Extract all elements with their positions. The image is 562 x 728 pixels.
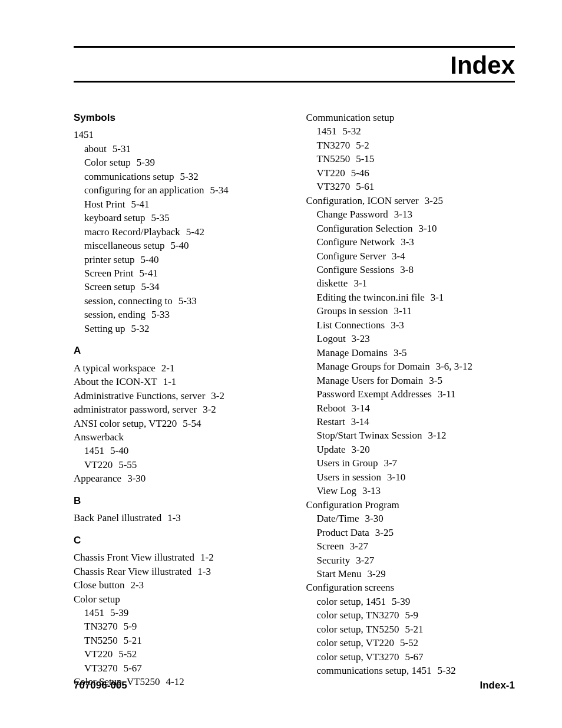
index-entry: Chassis Front View illustrated1-2 — [74, 551, 283, 564]
index-locator: 3-23 — [352, 333, 370, 344]
index-entry: Color setup — [74, 592, 283, 606]
index-locator: 3-5 — [394, 347, 407, 358]
index-locator: 5-39 — [392, 596, 410, 607]
index-term: Configuration Selection — [317, 223, 413, 234]
index-locator: 5-31 — [113, 143, 131, 154]
page-title: Index — [74, 51, 515, 80]
index-entry: session, ending5-33 — [74, 308, 283, 321]
index-entry: Reboot3-14 — [306, 401, 515, 415]
index-locator: 3-10 — [418, 223, 437, 234]
index-term: Color setup — [84, 157, 131, 168]
index-locator: 5-21 — [405, 624, 423, 635]
index-term: color setup, 1451 — [317, 596, 386, 607]
section-heading: A — [74, 344, 283, 357]
index-term: Back Panel illustrated — [74, 512, 161, 523]
index-locator: 3-5 — [429, 375, 442, 386]
index-entry: Update3-20 — [306, 443, 515, 456]
index-term: Change Password — [317, 209, 388, 220]
index-term: Password Exempt Addresses — [317, 388, 432, 400]
index-term: printer setup — [84, 254, 134, 265]
index-locator: 3-11 — [438, 388, 456, 400]
index-locator: 5-2 — [356, 140, 369, 151]
index-entry: TN32705-9 — [74, 620, 283, 633]
index-term: Appearance — [74, 473, 121, 484]
index-entry: ANSI color setup, VT2205-54 — [74, 417, 283, 430]
index-entry: Administrative Functions, server3-2 — [74, 389, 283, 403]
index-term: Product Data — [317, 527, 369, 538]
index-locator: 5-52 — [400, 637, 418, 648]
index-locator: 5-35 — [151, 212, 169, 223]
index-term: session, connecting to — [84, 295, 173, 307]
index-locator: 5-15 — [356, 153, 374, 164]
index-page: Index Symbols1451about5-31Color setup5-3… — [0, 0, 562, 728]
index-locator: 3-1 — [431, 292, 444, 303]
index-term: Groups in session — [317, 305, 388, 317]
index-term: session, ending — [84, 309, 146, 320]
index-entry: Configure Server3-4 — [306, 249, 515, 263]
index-term: Manage Groups for Domain — [317, 361, 430, 372]
index-entry: color setup, TN32705-9 — [306, 608, 515, 622]
index-term: VT220 — [317, 167, 345, 179]
index-entry: configuring for an application5-34 — [74, 183, 283, 197]
index-locator: 1-2 — [200, 552, 214, 563]
index-term: Communication setup — [306, 112, 395, 123]
footer-left: 707096-005 — [74, 680, 127, 691]
index-locator: 5-32 — [438, 665, 456, 676]
index-term: diskette — [317, 278, 348, 289]
index-locator: 3-25 — [375, 527, 394, 538]
index-entry: Chassis Rear View illustrated1-3 — [74, 565, 283, 578]
index-term: miscellaneous setup — [84, 240, 164, 251]
index-locator: 5-55 — [118, 459, 137, 470]
index-entry: TN32705-2 — [306, 139, 515, 152]
index-entry: Logout3-23 — [306, 332, 515, 345]
index-entry: VT2205-52 — [74, 647, 283, 661]
index-entry: Manage Groups for Domain3-6, 3-12 — [306, 360, 515, 373]
index-term: Security — [317, 555, 351, 566]
index-locator: 5-40 — [140, 254, 158, 265]
index-locator: 5-42 — [186, 226, 204, 238]
page-footer: 707096-005 Index-1 — [74, 680, 515, 691]
index-term: TN3270 — [317, 140, 351, 151]
index-locator: 3-29 — [368, 568, 386, 579]
index-locator: 3-3 — [391, 319, 404, 331]
index-term: color setup, TN3270 — [317, 610, 399, 621]
index-term: TN5250 — [317, 153, 351, 164]
index-locator: 3-6, 3-12 — [436, 361, 472, 372]
index-term: Manage Users for Domain — [317, 375, 424, 386]
index-entry: Security3-27 — [306, 554, 515, 567]
index-locator: 5-41 — [131, 199, 149, 210]
index-entry: Stop/Start Twinax Session3-12 — [306, 429, 515, 442]
index-term: Screen — [317, 541, 344, 552]
index-entry: Change Password3-13 — [306, 207, 515, 221]
section-heading: C — [74, 533, 283, 547]
index-locator: 3-14 — [352, 403, 370, 414]
index-term: 1451 — [317, 126, 337, 137]
index-entry: Setting up5-32 — [74, 322, 283, 335]
index-entry: color setup, TN52505-21 — [306, 622, 515, 636]
index-term: Setting up — [84, 323, 125, 334]
index-term: Close button — [74, 579, 124, 591]
index-locator: 3-30 — [127, 473, 146, 484]
index-term: Stop/Start Twinax Session — [317, 430, 422, 441]
index-entry: Configuration, ICON server3-25 — [306, 194, 515, 207]
index-entry: View Log3-13 — [306, 484, 515, 498]
index-entry: Screen setup5-34 — [74, 280, 283, 294]
index-locator: 3-1 — [353, 278, 367, 289]
index-term: List Connections — [317, 319, 385, 331]
index-term: Color setup — [74, 594, 120, 605]
index-term: About the ICON-XT — [74, 376, 157, 387]
section-heading: B — [74, 494, 283, 508]
index-locator: 3-11 — [394, 305, 412, 317]
index-locator: 3-10 — [387, 472, 405, 483]
index-entry: Screen3-27 — [306, 539, 515, 553]
index-entry: keyboard setup5-35 — [74, 211, 283, 225]
index-locator: 5-67 — [124, 663, 142, 674]
index-entry: VT2205-46 — [306, 166, 515, 180]
index-entry: TN52505-21 — [74, 634, 283, 647]
index-term: ANSI color setup, VT220 — [74, 418, 177, 429]
index-term: color setup, VT3270 — [317, 651, 399, 663]
index-term: A typical workspace — [74, 363, 156, 374]
index-term: 1451 — [84, 445, 104, 456]
index-entry: List Connections3-3 — [306, 318, 515, 332]
index-term: Start Menu — [317, 568, 362, 579]
